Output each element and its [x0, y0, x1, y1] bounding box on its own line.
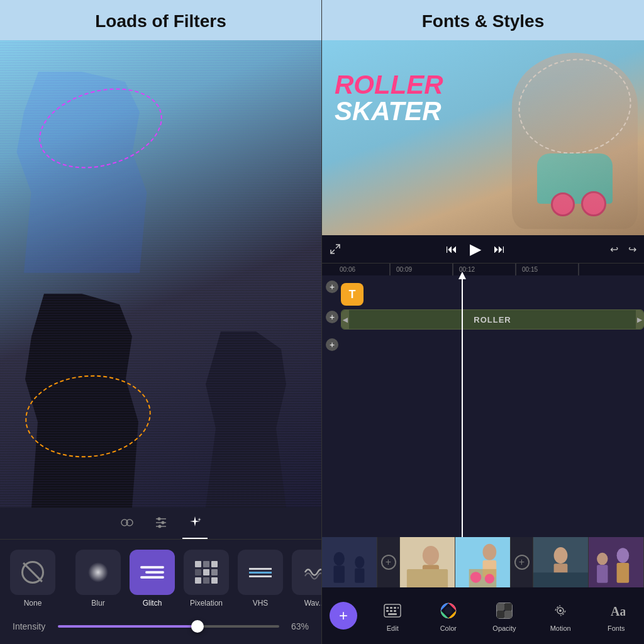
svg-point-15 [333, 552, 344, 566]
roller-clip[interactable]: ◀ ROLLER ▶ [341, 309, 644, 330]
toolbar-label-motion: Motion [550, 625, 571, 632]
toolbar-label-opacity: Opacity [492, 625, 516, 632]
svg-rect-37 [617, 563, 630, 583]
svg-rect-50 [497, 603, 504, 611]
film-plus-icon-2: + [514, 555, 530, 570]
roller-clip-label: ROLLER [474, 315, 511, 325]
toolbar-item-opacity[interactable]: Opacity [492, 599, 516, 632]
skip-back-button[interactable]: ⏮ [446, 243, 457, 256]
filter-tab-filters[interactable] [119, 515, 135, 534]
timeline-top-bar: ⏮ ▶ ⏭ ↩ ↪ [322, 235, 644, 263]
glitch-icon [140, 566, 164, 579]
svg-point-48 [445, 607, 452, 614]
left-panel: Loads of Filters [0, 0, 322, 644]
svg-point-55 [559, 609, 562, 612]
filter-glitch-thumb [130, 550, 175, 595]
figure-right [196, 331, 296, 508]
clip-handle-right[interactable]: ▶ [636, 310, 643, 329]
svg-rect-14 [322, 537, 377, 587]
filter-glitch[interactable]: Glitch [130, 550, 175, 608]
toolbar-label-fonts: Fonts [608, 625, 625, 632]
filter-pixelation[interactable]: Pixelation [184, 550, 229, 608]
none-icon [21, 561, 44, 584]
text-clip-track: T [341, 283, 644, 306]
motion-icon [549, 599, 572, 622]
svg-point-7 [158, 525, 161, 528]
film-add-2[interactable]: + [511, 537, 533, 587]
filter-none-thumb [10, 550, 55, 595]
filter-list: None Blur Glitch [0, 540, 321, 614]
filter-blur-thumb [75, 550, 121, 595]
svg-rect-36 [597, 565, 608, 582]
svg-rect-46 [388, 613, 397, 615]
svg-point-5 [161, 521, 164, 525]
play-button[interactable]: ▶ [470, 240, 481, 258]
left-header: Loads of Filters [0, 0, 321, 40]
film-frame-1[interactable] [322, 537, 377, 587]
toolbar-item-fonts[interactable]: Aa Fonts [605, 599, 628, 632]
svg-rect-51 [504, 611, 512, 618]
pixelation-icon [195, 561, 218, 584]
toolbar-items: Edit Color [365, 599, 644, 632]
ruler-ticks [327, 264, 639, 276]
filter-none[interactable]: None [10, 550, 55, 608]
expand-icon[interactable] [330, 243, 341, 255]
filmstrip: + + [322, 537, 644, 587]
clip-handle-left[interactable]: ◀ [341, 310, 349, 329]
filter-pixelation-label: Pixelation [190, 599, 223, 608]
photo-background [0, 40, 321, 508]
filter-blur[interactable]: Blur [75, 550, 121, 608]
svg-rect-18 [355, 569, 364, 583]
timeline-right-controls: ↩ ↪ [610, 243, 636, 255]
playhead [462, 275, 463, 537]
text-clip-icon[interactable]: T [341, 283, 364, 306]
filter-wave-label: Wav... [304, 599, 321, 608]
svg-rect-44 [390, 610, 392, 612]
filter-pixelation-thumb [184, 550, 229, 595]
skip-forward-button[interactable]: ⏭ [494, 243, 505, 256]
svg-point-35 [617, 548, 630, 563]
film-frame-3[interactable] [455, 537, 511, 587]
bottom-toolbar: + [322, 587, 644, 644]
add-content-button[interactable]: + [330, 602, 357, 630]
undo-button[interactable]: ↩ [610, 243, 618, 255]
toolbar-label-edit: Edit [387, 625, 399, 632]
filter-wave-thumb [292, 550, 321, 595]
filter-vhs-thumb [238, 550, 283, 595]
roller-line2: SKATER [335, 98, 443, 125]
filter-vhs[interactable]: VHS [238, 550, 283, 608]
svg-rect-40 [390, 607, 392, 609]
svg-rect-17 [333, 565, 344, 582]
svg-rect-41 [394, 607, 396, 609]
film-frame-4[interactable] [533, 537, 589, 587]
film-frame-5[interactable] [589, 537, 644, 587]
film-add-1[interactable]: + [377, 537, 400, 587]
svg-rect-42 [397, 607, 399, 609]
filter-tab-effects[interactable] [187, 515, 203, 534]
toolbar-item-motion[interactable]: Motion [549, 599, 572, 632]
film-plus-icon-1: + [381, 555, 396, 570]
add-track-btn-3[interactable]: + [326, 338, 338, 351]
toolbar-item-color[interactable]: Color [437, 599, 460, 632]
film-frame-2[interactable] [400, 537, 455, 587]
intensity-slider[interactable] [58, 625, 279, 628]
fonts-icon: Aa [605, 599, 628, 622]
toolbar-label-color: Color [440, 625, 457, 632]
keyboard-icon [381, 599, 404, 622]
svg-line-8 [336, 245, 340, 248]
filter-tab-adjust[interactable] [153, 515, 169, 534]
toolbar-item-edit[interactable]: Edit [381, 599, 404, 632]
svg-point-3 [157, 518, 160, 521]
slider-thumb[interactable] [191, 620, 204, 633]
svg-point-20 [423, 546, 439, 565]
svg-text:Aa: Aa [611, 604, 625, 618]
svg-point-30 [554, 547, 568, 564]
redo-button[interactable]: ↪ [628, 243, 636, 255]
right-panel: Fonts & Styles ROLLER SKATER [322, 0, 644, 644]
intensity-label: Intensity [13, 621, 50, 631]
svg-rect-39 [386, 607, 389, 609]
filter-wave[interactable]: Wav... [292, 550, 321, 608]
add-track-btn-2[interactable]: + [326, 311, 338, 323]
filter-vhs-label: VHS [253, 599, 269, 608]
add-track-btn-1[interactable]: + [326, 280, 338, 293]
